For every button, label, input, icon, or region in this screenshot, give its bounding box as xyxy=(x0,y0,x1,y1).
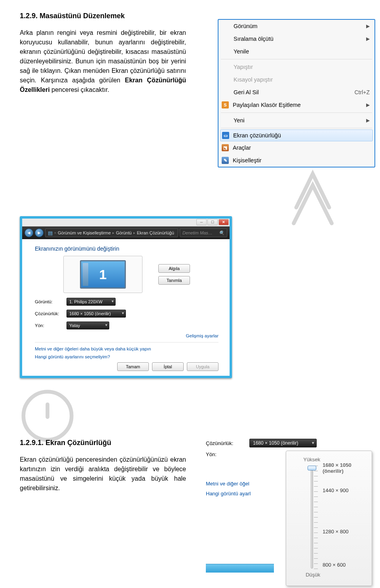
menu-item-5: Kısayol yapıştır xyxy=(218,73,374,86)
window-titlebar: ─ ☐ ✕ xyxy=(22,219,230,226)
slider-tick xyxy=(314,548,318,548)
chevron-right-icon: ▸ xyxy=(112,231,114,235)
nav-back-button[interactable]: ◄ xyxy=(25,228,33,237)
slider-track-line xyxy=(311,466,313,569)
chevron-right-icon: « xyxy=(54,231,56,235)
chevron-right-icon: ▶ xyxy=(366,23,370,29)
menu-item-label: Görünüm xyxy=(234,23,363,29)
menu-item-4: Yapıştır xyxy=(218,61,374,73)
orientation-label: Yön: xyxy=(35,323,66,328)
window-minimize-button[interactable]: ─ xyxy=(196,219,207,225)
heading-2: 1.2.9.1. Ekran Çözünürlüğü xyxy=(20,439,186,447)
display-combo[interactable]: 1. Philips 220XW xyxy=(66,298,116,306)
menu-item-13[interactable]: ✎Kişiselleştir xyxy=(218,154,374,167)
help-link-textsize[interactable]: Metni ve diğer öğeleri daha büyük veya d… xyxy=(35,346,218,351)
blank-icon xyxy=(221,22,231,30)
slider-tick xyxy=(314,538,318,538)
watermark-stroke-icon xyxy=(16,384,79,447)
resolution-combo[interactable]: 1680 × 1050 (önerilir) xyxy=(66,310,126,318)
slider-tick xyxy=(314,502,318,502)
slider-tick xyxy=(314,527,318,528)
monitor-figure-1[interactable]: 1 xyxy=(80,260,126,289)
resolution-combo-2[interactable]: 1680 × 1050 (önerilir) xyxy=(249,439,317,447)
breadcrumb-seg-1[interactable]: Görünüm ve Kişiselleştirme xyxy=(58,230,111,235)
screen-resolution-window: ─ ☐ ✕ ◄ ► ▤ « Görünüm ve Kişiselleştirme… xyxy=(20,216,232,378)
slider-tick xyxy=(314,533,318,533)
help-link-which-cut[interactable]: Hangi görüntü ayarl xyxy=(206,491,274,497)
blank-icon xyxy=(221,63,231,71)
slider-tick xyxy=(314,476,318,476)
slider-tick xyxy=(314,553,318,554)
slider-tick xyxy=(314,543,318,543)
cancel-button[interactable]: İptal xyxy=(152,362,184,371)
window-close-button[interactable]: ✕ xyxy=(218,219,229,225)
slider-low-label: Düşük xyxy=(290,572,368,578)
menu-item-label: Yenile xyxy=(234,48,370,55)
orientation-combo[interactable]: Yatay xyxy=(66,322,109,329)
resolution-slider-dropdown: Yüksek 1680 × 1050 (önerilir)1440 × 9001… xyxy=(286,451,372,586)
menu-item-0[interactable]: Görünüm▶ xyxy=(218,20,374,32)
window-heading: Ekranınızın görünümünü değiştirin xyxy=(35,245,218,252)
slider-option-label: 1440 × 900 xyxy=(323,487,348,493)
display-label: Görüntü: xyxy=(35,299,66,304)
breadcrumb-seg-2[interactable]: Görüntü xyxy=(116,230,132,235)
menu-item-label: Kişiselleştir xyxy=(233,157,370,164)
menu-item-label: Yeni xyxy=(234,117,363,124)
paragraph-2: Ekran çözünürlüğü penceresinden çözünürl… xyxy=(20,455,186,493)
paragraph-1-suffix: penceresi çıkacaktır. xyxy=(51,86,109,93)
slider-tick xyxy=(314,569,318,569)
breadcrumb[interactable]: ▤ « Görünüm ve Kişiselleştirme ▸ Görüntü… xyxy=(45,228,178,237)
slider-tick xyxy=(314,563,318,564)
slider-thumb[interactable] xyxy=(308,466,316,470)
menu-item-1[interactable]: Sıralama ölçütü▶ xyxy=(218,32,374,45)
window-maximize-button[interactable]: ☐ xyxy=(207,219,218,225)
menu-item-label: Geri Al Sil xyxy=(234,89,355,95)
resolution-slider-popup: Çözünürlük: 1680 × 1050 (önerilir) Yön: … xyxy=(206,439,372,461)
chevron-right-icon: ▸ xyxy=(133,231,135,235)
chevron-right-icon: ▶ xyxy=(366,118,370,123)
blank-icon xyxy=(221,75,231,84)
resolution-slider[interactable]: 1680 × 1050 (önerilir)1440 × 9001280 × 8… xyxy=(308,466,368,569)
menu-item-6[interactable]: Geri Al SilCtrl+Z xyxy=(218,86,374,99)
gadgets-icon: ⬔ xyxy=(222,144,229,151)
slider-tick xyxy=(314,522,318,523)
menu-item-2[interactable]: Yenile xyxy=(218,45,374,58)
apply-button[interactable]: Uygula xyxy=(187,362,218,371)
menu-item-label: Ekran çözünürlüğü xyxy=(233,132,369,139)
display-icon: ▭ xyxy=(222,132,229,139)
detect-button[interactable]: Algıla xyxy=(158,264,190,273)
menu-item-label: Paylaşılan Klasör Eşitleme xyxy=(233,102,363,108)
menu-item-label: Yapıştır xyxy=(234,64,370,70)
search-icon: 🔍 xyxy=(219,230,224,236)
personalize-icon: ✎ xyxy=(222,157,229,164)
slider-tick xyxy=(314,491,318,492)
help-link-textsize-cut[interactable]: Metni ve diğer öğel xyxy=(206,481,274,487)
resolution-label: Çözünürlük: xyxy=(35,311,66,316)
breadcrumb-seg-3[interactable]: Ekran Çözünürlüğü xyxy=(137,230,174,235)
taskbar-strip xyxy=(206,564,274,573)
blank-icon xyxy=(221,116,231,125)
identify-button[interactable]: Tanımla xyxy=(158,276,190,285)
slider-tick xyxy=(314,558,318,559)
search-placeholder: Denetim Mas… xyxy=(182,230,213,235)
menu-item-9[interactable]: Yeni▶ xyxy=(218,114,374,127)
advanced-settings-link[interactable]: Gelişmiş ayarlar xyxy=(35,333,218,338)
ok-button[interactable]: Tamam xyxy=(117,362,149,371)
menu-separator xyxy=(221,112,372,113)
paragraph-1: Arka planın rengini veya resmini değişti… xyxy=(20,28,186,95)
slider-option-label: 1680 × 1050 (önerilir) xyxy=(323,462,368,474)
help-link-which-settings[interactable]: Hangi görüntü ayarlarını seçmeliyim? xyxy=(35,354,218,359)
monitor-preview[interactable]: 1 xyxy=(63,256,142,293)
nav-forward-button[interactable]: ► xyxy=(35,228,44,237)
menu-item-11[interactable]: ▭Ekran çözünürlüğü xyxy=(220,129,373,141)
menu-item-7[interactable]: SPaylaşılan Klasör Eşitleme▶ xyxy=(218,99,374,111)
slider-tick xyxy=(314,481,318,481)
slider-tick xyxy=(314,497,318,497)
divider xyxy=(35,342,218,343)
slider-tick xyxy=(314,471,318,471)
sync-icon: S xyxy=(222,101,229,108)
search-input[interactable]: Denetim Mas… 🔍 xyxy=(180,228,227,237)
paragraph-1-prefix: Arka planın rengini veya resmini değişti… xyxy=(20,29,186,84)
address-bar: ◄ ► ▤ « Görünüm ve Kişiselleştirme ▸ Gör… xyxy=(22,226,230,239)
menu-item-12[interactable]: ⬔Araçlar xyxy=(218,141,374,154)
